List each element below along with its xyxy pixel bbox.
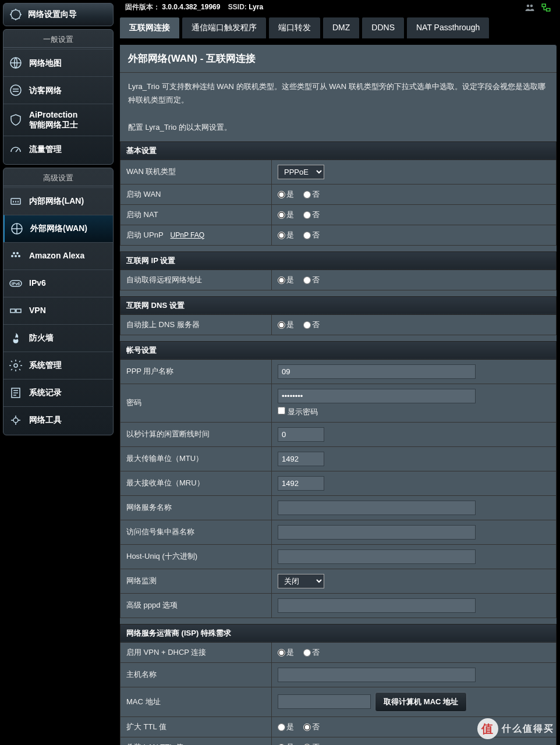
enable-nat-yes[interactable] — [278, 211, 285, 219]
password-label: 密码 — [120, 384, 272, 422]
mac-input[interactable] — [278, 694, 371, 709]
watermark-text: 什么值得买 — [502, 723, 554, 735]
tab-ddns[interactable]: DDNS — [361, 17, 405, 38]
enable-nat-no[interactable] — [303, 211, 311, 219]
sidebar-general-group: 一般设置 网络地图 访客网络 AiProtection 智能网络卫士 流量管理 — [3, 29, 114, 165]
hostname-input[interactable] — [278, 668, 476, 682]
host-uniq-input[interactable] — [278, 549, 476, 564]
wizard-label: 网络设置向导 — [28, 9, 77, 20]
mru-input[interactable] — [278, 476, 324, 491]
gauge-icon — [8, 142, 23, 157]
page-desc-2: 配置 Lyra_Trio 的以太网设置。 — [128, 120, 548, 134]
adv-pppd-label: 高级 pppd 选项 — [120, 593, 272, 618]
network-status-icon[interactable] — [541, 2, 551, 15]
idle-input[interactable] — [278, 427, 324, 442]
wan-type-label: WAN 联机类型 — [120, 159, 272, 184]
svg-rect-13 — [16, 309, 21, 313]
mtu-label: 最大传输单位（MTU） — [120, 446, 272, 471]
sidebar-label: IPv6 — [29, 278, 46, 288]
sidebar-item-vpn[interactable]: VPN — [3, 297, 113, 324]
sidebar-label: 系统管理 — [29, 360, 62, 370]
tab-dmz[interactable]: DMZ — [322, 17, 360, 38]
sidebar-item-alexa[interactable]: Amazon Alexa — [3, 242, 113, 269]
svg-point-17 — [527, 5, 530, 8]
auto-dns-yes[interactable] — [278, 321, 285, 329]
tab-port-forward[interactable]: 端口转发 — [268, 17, 321, 38]
sidebar-item-ipv6[interactable]: IPv6 IPv6 — [3, 269, 113, 297]
tab-nat[interactable]: NAT Passthrough — [406, 17, 490, 38]
enable-upnp-yes[interactable] — [278, 232, 285, 239]
sidebar-label: 外部网络(WAN) — [30, 224, 87, 233]
svc-name-input[interactable] — [278, 501, 476, 515]
guest-icon — [8, 83, 23, 98]
ppp-user-input[interactable] — [278, 364, 476, 379]
watermark-logo-icon: 值 — [477, 718, 498, 739]
tabs: 互联网连接 通信端口触发程序 端口转发 DMZ DDNS NAT Passthr… — [119, 17, 557, 38]
tab-port-trigger[interactable]: 通信端口触发程序 — [182, 17, 267, 38]
svg-point-16 — [13, 418, 18, 423]
watermark: 值 什么值得买 — [477, 718, 554, 739]
sidebar-advanced-group: 高级设置 内部网络(LAN) 外部网络(WAN) Amazon Alexa IP… — [3, 168, 114, 435]
sidebar-label: Amazon Alexa — [29, 251, 84, 261]
alexa-icon — [8, 249, 23, 264]
sidebar-item-syslog[interactable]: 系统记录 — [3, 379, 113, 406]
status-bar: 固件版本： 3.0.0.4.382_19969 SSID: Lyra — [119, 0, 557, 17]
vpn-dhcp-no[interactable] — [303, 649, 311, 657]
enable-upnp-no[interactable] — [303, 232, 311, 239]
sidebar-label: AiProtection 智能网络卫士 — [29, 110, 78, 130]
vpn-dhcp-yes[interactable] — [278, 649, 285, 657]
host-uniq-label: Host-Uniq (十六进制) — [120, 544, 272, 569]
upnp-faq-link[interactable]: UPnP FAQ — [171, 231, 204, 239]
wan-icon — [9, 221, 24, 236]
wizard-button[interactable]: 网络设置向导 — [3, 3, 114, 26]
enable-wan-yes[interactable] — [278, 191, 285, 198]
ext-ttl-yes[interactable] — [278, 723, 285, 731]
enable-upnp-label: 启动 UPnP — [126, 230, 164, 239]
svc-name-label: 网络服务名称 — [120, 495, 272, 520]
sidebar-item-netmap[interactable]: 网络地图 — [3, 49, 113, 76]
section-account: 帐号设置 — [120, 341, 557, 359]
sidebar-item-lan[interactable]: 内部网络(LAN) — [3, 187, 113, 215]
sidebar-item-wan[interactable]: 外部网络(WAN) — [3, 215, 113, 242]
net-monitor-select[interactable]: 关闭 — [278, 574, 324, 588]
advanced-header: 高级设置 — [3, 169, 113, 186]
ssid-value: Lyra — [249, 3, 263, 11]
users-icon[interactable] — [524, 2, 535, 15]
svg-point-6 — [15, 255, 17, 257]
svg-point-8 — [13, 252, 15, 254]
ext-ttl-no[interactable] — [303, 723, 311, 731]
mru-label: 最大接收单位（MRU） — [120, 471, 272, 495]
sidebar-item-aiprotection[interactable]: AiProtection 智能网络卫士 — [3, 104, 113, 136]
sidebar-item-guest[interactable]: 访客网络 — [3, 76, 113, 104]
mtu-input[interactable] — [278, 452, 324, 466]
sidebar-label: 网络地图 — [29, 58, 62, 68]
svg-point-0 — [11, 10, 20, 19]
tab-internet[interactable]: 互联网连接 — [119, 17, 180, 38]
globe-icon — [8, 55, 23, 70]
svg-point-14 — [14, 364, 17, 367]
sidebar-item-traffic[interactable]: 流量管理 — [3, 136, 113, 163]
adv-pppd-input[interactable] — [278, 598, 476, 613]
net-monitor-label: 网络监测 — [120, 569, 272, 593]
hostname-label: 主机名称 — [120, 662, 272, 687]
content-panel: 外部网络(WAN) - 互联网连接 Lyra_Trio 可支持数种连结 WAN … — [119, 44, 557, 745]
sidebar-item-admin[interactable]: 系统管理 — [3, 352, 113, 379]
show-password-checkbox[interactable] — [278, 407, 285, 414]
mac-clone-button[interactable]: 取得计算机 MAC 地址 — [375, 692, 467, 712]
enable-wan-no[interactable] — [303, 191, 311, 198]
password-input[interactable] — [278, 389, 476, 403]
gear-icon — [8, 358, 23, 373]
auto-ip-no[interactable] — [303, 276, 311, 284]
svg-rect-19 — [542, 4, 545, 7]
log-icon — [8, 385, 23, 400]
wan-type-select[interactable]: PPPoE — [278, 165, 324, 179]
sidebar-item-firewall[interactable]: 防火墙 — [3, 324, 113, 352]
concentrator-input[interactable] — [278, 525, 476, 540]
auto-dns-label: 自动接上 DNS 服务器 — [120, 314, 272, 335]
fake-ttl-label: 伪装 LAN TTL 值 — [120, 737, 272, 745]
auto-dns-no[interactable] — [303, 321, 311, 329]
lan-icon — [8, 194, 23, 209]
sidebar-item-tools[interactable]: 网络工具 — [3, 406, 113, 434]
auto-ip-yes[interactable] — [278, 276, 285, 284]
ipv6-icon: IPv6 — [8, 276, 23, 291]
